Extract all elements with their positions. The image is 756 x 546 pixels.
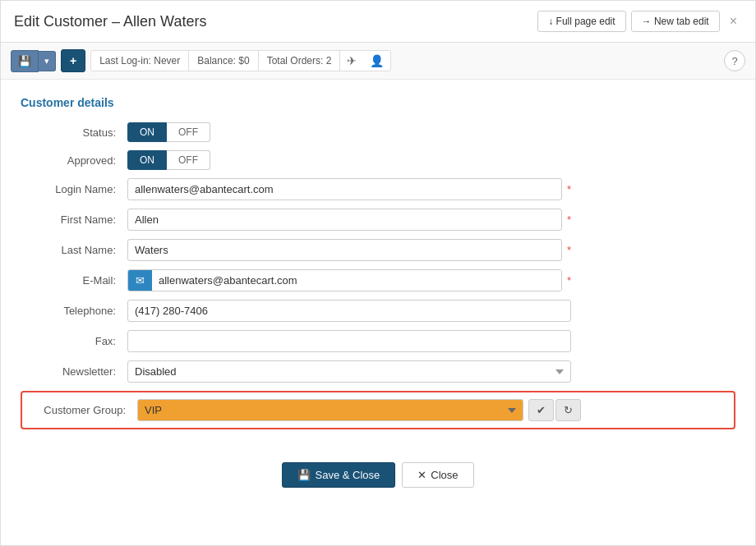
view-person-button[interactable]: 👤 (363, 51, 390, 71)
save-close-button[interactable]: 💾 Save & Close (282, 462, 395, 488)
person-icon: 👤 (370, 54, 384, 67)
newsletter-row: Newsletter: Disabled Enabled (21, 360, 735, 383)
last-name-row: Last Name: * (21, 239, 735, 261)
email-icon: ✉ (128, 270, 152, 291)
email-required: * (567, 274, 571, 287)
balance-info: Balance: $0 (189, 51, 258, 71)
email-input[interactable] (152, 270, 561, 291)
telephone-input[interactable] (127, 300, 571, 322)
window-close-button[interactable]: × (725, 12, 742, 30)
save-main-button[interactable]: 💾 (11, 50, 39, 72)
page-title: Edit Customer – Allen Waters (14, 13, 206, 30)
status-label: Status: (21, 126, 127, 139)
close-icon: ✕ (417, 469, 426, 481)
fax-row: Fax: (21, 330, 735, 352)
header-buttons: ↓ Full page edit → New tab edit × (537, 11, 742, 32)
customer-group-field: VIP Default Wholesale ✔ ↻ (137, 399, 581, 421)
toolbar-info: Last Log-in: Never Balance: $0 Total Ord… (90, 50, 391, 71)
login-name-input[interactable] (127, 178, 562, 200)
section-title: Customer details (21, 96, 735, 109)
telephone-label: Telephone: (21, 305, 127, 317)
customer-group-confirm-button[interactable]: ✔ (528, 399, 554, 421)
newsletter-select[interactable]: Disabled Enabled (127, 360, 571, 383)
fax-input[interactable] (127, 330, 571, 352)
full-page-edit-button[interactable]: ↓ Full page edit (537, 11, 625, 32)
save-close-label: Save & Close (315, 469, 380, 481)
help-button[interactable]: ? (724, 50, 745, 71)
customer-group-row: Customer Group: VIP Default Wholesale ✔ … (21, 391, 735, 429)
first-name-label: First Name: (21, 213, 127, 226)
status-field: ON OFF (127, 122, 571, 142)
telephone-row: Telephone: (21, 300, 735, 322)
send-email-button[interactable]: ✈ (340, 51, 363, 71)
save-close-icon: 💾 (297, 469, 311, 481)
vip-action-buttons: ✔ ↻ (528, 399, 581, 421)
send-icon: ✈ (347, 54, 357, 67)
save-icon: 💾 (18, 55, 31, 67)
approved-off-button[interactable]: OFF (167, 150, 210, 170)
first-name-required: * (567, 213, 571, 226)
total-orders-info: Total Orders: 2 (259, 51, 341, 71)
approved-label: Approved: (21, 154, 127, 167)
approved-row: Approved: ON OFF (21, 150, 735, 170)
first-name-field: * (127, 209, 571, 231)
approved-toggle: ON OFF (127, 150, 571, 170)
customer-group-label: Customer Group: (30, 404, 137, 416)
content-area: Customer details Status: ON OFF Approved… (1, 80, 755, 504)
save-button-group: 💾 ▾ (11, 50, 56, 72)
first-name-input[interactable] (127, 209, 562, 231)
login-name-required: * (567, 183, 571, 195)
add-button[interactable]: + (61, 49, 85, 72)
customer-form: Status: ON OFF Approved: ON OFF (21, 122, 735, 429)
form-footer: 💾 Save & Close ✕ Close (21, 449, 735, 488)
fax-field (127, 330, 571, 352)
approved-on-button[interactable]: ON (127, 150, 167, 170)
new-tab-edit-button[interactable]: → New tab edit (631, 11, 720, 32)
status-on-button[interactable]: ON (127, 122, 167, 142)
last-name-input[interactable] (127, 239, 562, 261)
telephone-field (127, 300, 571, 322)
newsletter-field: Disabled Enabled (127, 360, 571, 383)
last-name-required: * (567, 244, 571, 256)
newsletter-label: Newsletter: (21, 365, 127, 378)
last-name-field: * (127, 239, 571, 261)
toolbar: 💾 ▾ + Last Log-in: Never Balance: $0 Tot… (1, 43, 755, 80)
email-label: E-Mail: (21, 274, 127, 287)
login-name-field: * (127, 178, 571, 200)
login-name-label: Login Name: (21, 183, 127, 195)
close-label: Close (431, 469, 458, 481)
fax-label: Fax: (21, 335, 127, 347)
approved-field: ON OFF (127, 150, 571, 170)
close-button[interactable]: ✕ Close (402, 462, 473, 488)
login-name-row: Login Name: * (21, 178, 735, 200)
last-login-info: Last Log-in: Never (91, 51, 189, 71)
last-name-label: Last Name: (21, 244, 127, 256)
email-row: E-Mail: ✉ * (21, 269, 735, 291)
email-field: ✉ * (127, 269, 571, 291)
first-name-row: First Name: * (21, 209, 735, 231)
save-dropdown-button[interactable]: ▾ (39, 51, 56, 71)
status-off-button[interactable]: OFF (167, 122, 210, 142)
status-toggle: ON OFF (127, 122, 571, 142)
customer-group-refresh-button[interactable]: ↻ (555, 399, 581, 421)
status-row: Status: ON OFF (21, 122, 735, 142)
customer-group-select[interactable]: VIP Default Wholesale (137, 399, 523, 421)
